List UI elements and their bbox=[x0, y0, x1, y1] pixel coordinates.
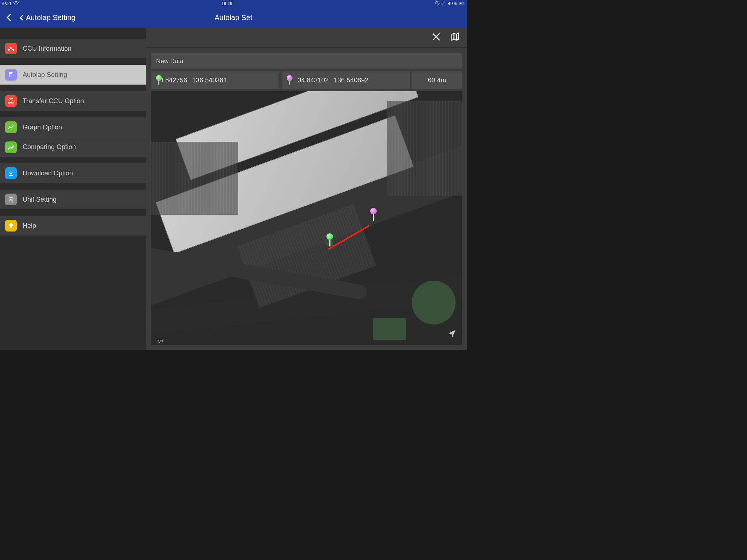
sidebar-item-download[interactable]: Download Option bbox=[0, 163, 146, 183]
status-time: 19:49 bbox=[221, 1, 232, 6]
point-a-cell[interactable]: 34.842756 136.540381 bbox=[151, 71, 279, 89]
sidebar-item-graph[interactable]: Graph Option bbox=[0, 117, 146, 137]
sidebar-item-label: Graph Option bbox=[23, 124, 62, 131]
svg-point-13 bbox=[457, 32, 459, 34]
satellite-map[interactable]: Legal bbox=[151, 91, 462, 345]
transfer-icon bbox=[5, 95, 17, 107]
sidebar-item-ccu-info[interactable]: CCU Information bbox=[0, 39, 146, 58]
sidebar-item-label: Download Option bbox=[23, 170, 73, 177]
point-b-lon: 136.540892 bbox=[334, 77, 368, 84]
svg-rect-2 bbox=[437, 3, 438, 4]
map-toggle-button[interactable] bbox=[450, 32, 460, 43]
map-legal-link[interactable]: Legal bbox=[155, 339, 163, 343]
sidebar-item-label: Comparing Option bbox=[23, 143, 76, 151]
svg-rect-5 bbox=[460, 3, 462, 4]
nav-bar: Autolap Setting Autolap Set bbox=[0, 7, 467, 28]
sidebar-item-unit[interactable]: Unit Setting bbox=[0, 190, 146, 209]
main-pane: New Data 34.842756 136.540381 34.843102 … bbox=[146, 28, 467, 350]
sidebar-item-label: Help bbox=[23, 222, 36, 230]
sidebar-item-label: CCU Information bbox=[23, 45, 71, 52]
sidebar-item-compare[interactable]: Comparing Option bbox=[0, 137, 146, 157]
status-bar: iPad 19:49 49% bbox=[0, 0, 467, 7]
pin-magenta-icon bbox=[287, 75, 293, 85]
main-toolbar bbox=[146, 28, 467, 48]
page-title: Autolap Set bbox=[0, 13, 467, 22]
point-a-lon: 136.540381 bbox=[192, 77, 227, 84]
svg-rect-12 bbox=[10, 227, 11, 228]
locate-me-button[interactable] bbox=[447, 329, 457, 340]
tools-icon bbox=[5, 194, 17, 205]
map-pin-a[interactable] bbox=[326, 233, 333, 246]
coord-row: 34.842756 136.540381 34.843102 136.54089… bbox=[151, 71, 462, 89]
sidebar-item-label: Autolap Setting bbox=[23, 71, 67, 79]
distance-value: 60.4m bbox=[428, 77, 446, 84]
battery-icon bbox=[459, 1, 465, 7]
motorcycle-icon bbox=[5, 43, 17, 54]
compare-icon bbox=[5, 141, 17, 153]
graph-icon bbox=[5, 121, 17, 133]
battery-percent: 49% bbox=[448, 1, 457, 6]
sidebar-item-label: Unit Setting bbox=[23, 196, 57, 203]
new-data-header: New Data bbox=[151, 53, 462, 69]
svg-point-7 bbox=[12, 49, 14, 51]
close-button[interactable] bbox=[431, 32, 441, 43]
sidebar-item-help[interactable]: Help bbox=[0, 216, 146, 236]
flag-pin-icon bbox=[5, 69, 17, 81]
map-icon bbox=[450, 32, 460, 42]
bulb-icon bbox=[5, 220, 17, 232]
point-b-lat: 34.843102 bbox=[298, 77, 329, 84]
orientation-lock-icon bbox=[435, 1, 440, 7]
wifi-icon bbox=[13, 1, 19, 7]
svg-rect-4 bbox=[464, 3, 464, 3]
bluetooth-icon bbox=[442, 1, 446, 7]
device-label: iPad bbox=[2, 1, 11, 6]
download-icon bbox=[5, 167, 17, 179]
sidebar: CCU Information Autolap Setting bbox=[0, 28, 146, 350]
sidebar-item-label: Transfer CCU Option bbox=[23, 97, 84, 105]
sidebar-item-transfer[interactable]: Transfer CCU Option bbox=[0, 91, 146, 111]
close-icon bbox=[431, 32, 441, 42]
point-b-cell[interactable]: 34.843102 136.540892 bbox=[282, 71, 410, 89]
svg-point-11 bbox=[9, 223, 13, 227]
pin-green-icon bbox=[156, 75, 162, 85]
distance-cell: 60.4m bbox=[412, 71, 462, 89]
map-pin-b[interactable] bbox=[370, 208, 377, 221]
location-arrow-icon bbox=[447, 329, 457, 338]
svg-point-0 bbox=[16, 4, 16, 5]
sidebar-item-autolap[interactable]: Autolap Setting bbox=[0, 65, 146, 85]
